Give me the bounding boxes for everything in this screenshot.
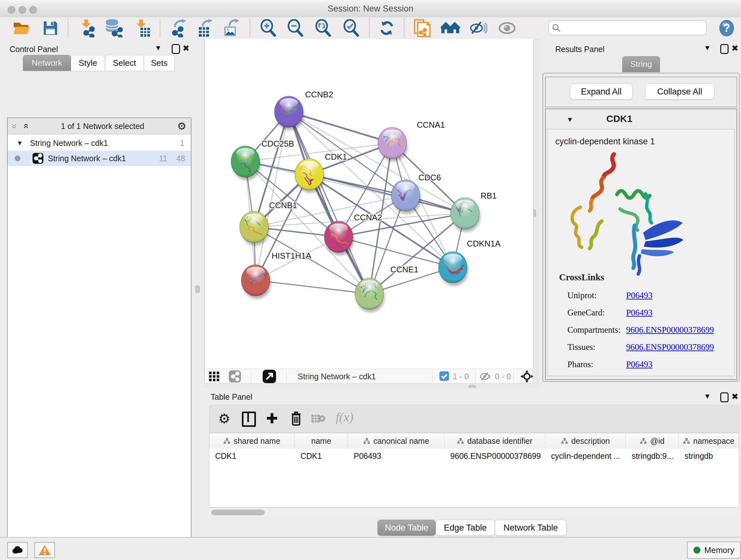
crosslink-row: Tissues:9606.ENSP00000378699 — [567, 338, 733, 356]
import-network-file-button[interactable] — [74, 18, 98, 38]
network-node-CCNA1[interactable] — [378, 127, 408, 162]
column-header-database-identifier[interactable]: database identifier — [445, 433, 545, 449]
tab-sets[interactable]: Sets — [144, 55, 175, 71]
panel-menu-icon[interactable]: ▾ — [705, 43, 710, 53]
tab-edge-table[interactable]: Edge Table — [435, 520, 495, 536]
export-table-button[interactable] — [194, 18, 217, 38]
show-graphics-button[interactable] — [495, 18, 519, 38]
cloud-button[interactable] — [7, 542, 28, 558]
open-view-icon[interactable] — [263, 370, 276, 383]
search-input[interactable] — [548, 20, 706, 35]
export-network-button[interactable] — [167, 18, 191, 38]
add-column-icon[interactable]: ✚ — [266, 410, 278, 427]
close-panel-icon[interactable]: ✖ — [183, 44, 190, 53]
table-gear-icon[interactable]: ⚙ — [218, 411, 230, 427]
import-network-database-button[interactable] — [102, 18, 125, 38]
export-image-button[interactable] — [220, 18, 244, 38]
network-graph[interactable]: CCNB2CCNA1CDC25BCDK1CDC6RB1CCNB1CCNA2CDK… — [205, 39, 533, 369]
float-panel-icon[interactable] — [172, 44, 180, 54]
scrollbar-thumb[interactable] — [211, 509, 265, 515]
network-tree-item[interactable]: String Network – cdk1 11 48 — [8, 151, 191, 166]
crosslink-link[interactable]: P06493 — [626, 291, 653, 300]
table-horizontal-scrollbar[interactable] — [209, 508, 739, 517]
home-gallery-button[interactable] — [439, 18, 463, 38]
crosslink-label: Compartments: — [567, 325, 626, 335]
panel-menu-icon[interactable]: ▾ — [156, 43, 160, 53]
crosslink-link[interactable]: 9606.ENSP00000378699 — [626, 342, 714, 352]
collapse-all-icon[interactable]: » — [9, 124, 20, 129]
table-cell[interactable]: cyclin-dependent ... — [545, 449, 626, 463]
tab-network-table[interactable]: Network Table — [495, 520, 566, 536]
column-header--id[interactable]: @id — [626, 433, 679, 449]
selection-checkbox-icon[interactable] — [440, 371, 449, 381]
network-share-icon[interactable] — [229, 370, 241, 382]
table-cell[interactable]: CDK1 — [295, 449, 348, 463]
zoom-selected-button[interactable] — [339, 18, 363, 38]
tab-network[interactable]: Network — [23, 55, 71, 71]
warning-button[interactable] — [35, 542, 55, 558]
column-header-shared-name[interactable]: shared name — [209, 433, 295, 449]
expand-all-button[interactable]: Expand All — [570, 84, 632, 100]
birds-eye-icon[interactable] — [521, 370, 533, 383]
node-label-CCNE1: CCNE1 — [390, 265, 418, 274]
network-node-CDKN1A[interactable] — [439, 252, 468, 286]
zoom-out-icon — [286, 19, 304, 37]
eye-slash-button[interactable] — [466, 18, 490, 38]
column-header-canonical-name[interactable]: canonical name — [348, 433, 445, 449]
refresh-button[interactable] — [375, 18, 399, 38]
table-cell[interactable]: stringdb:9... — [626, 449, 679, 463]
column-tree-icon — [223, 438, 230, 444]
table-cell[interactable]: P06493 — [348, 449, 445, 463]
crosslink-link[interactable]: 9606.ENSP00000378699 — [626, 325, 714, 335]
fit-content-button[interactable] — [311, 18, 335, 38]
copy-documents-button[interactable] — [410, 18, 434, 38]
float-panel-icon[interactable] — [720, 392, 729, 402]
import-table-file-button[interactable] — [131, 18, 154, 38]
network-node-CCNE1[interactable] — [355, 278, 385, 312]
network-edge-CCNB2-CCNE1[interactable] — [289, 112, 369, 294]
network-node-CDK1[interactable] — [295, 159, 325, 193]
table-cell[interactable]: 9606.ENSP00000378699 — [445, 449, 545, 463]
close-panel-icon[interactable]: ✖ — [731, 392, 738, 401]
tab-select[interactable]: Select — [105, 55, 144, 71]
network-node-RB1[interactable] — [451, 198, 480, 232]
table-row[interactable]: CDK1CDK1P064939606.ENSP00000378699cyclin… — [209, 449, 739, 463]
column-header-namespace[interactable]: namespace — [679, 433, 739, 449]
gene-collapse-icon[interactable]: ▼ — [566, 116, 574, 124]
help-button[interactable]: ? — [715, 18, 738, 38]
table-cell[interactable]: CDK1 — [209, 449, 295, 463]
tab-style[interactable]: Style — [71, 55, 105, 71]
close-panel-icon[interactable]: ✖ — [731, 44, 738, 53]
collapse-all-button[interactable]: Collapse All — [645, 84, 714, 100]
left-splitter-handle[interactable] — [195, 286, 200, 293]
network-edge-HIST1H1A-CCNE1[interactable] — [256, 280, 369, 294]
network-node-CDC6[interactable] — [391, 180, 421, 214]
open-session-button[interactable] — [10, 18, 33, 38]
grid-view-icon[interactable] — [209, 372, 219, 381]
footer-separator — [514, 370, 514, 382]
network-edge-CCNB2-CCNA1[interactable] — [289, 112, 392, 143]
zoom-out-button[interactable] — [283, 18, 307, 38]
network-node-HIST1H1A[interactable] — [241, 265, 271, 299]
tree-expand-icon[interactable]: ▼ — [17, 139, 23, 147]
network-canvas[interactable]: CCNB2CCNA1CDC25BCDK1CDC6RB1CCNB1CCNA2CDK… — [204, 39, 534, 369]
tab-string[interactable]: String — [622, 56, 660, 72]
memory-button[interactable]: Memory — [687, 542, 741, 559]
save-session-button[interactable] — [39, 18, 62, 38]
tab-node-table[interactable]: Node Table — [378, 520, 435, 536]
panel-menu-icon[interactable]: ▾ — [705, 391, 710, 401]
delete-trash-icon[interactable] — [290, 411, 302, 426]
float-panel-icon[interactable] — [720, 44, 729, 54]
gear-icon[interactable]: ⚙ — [177, 120, 186, 132]
table-cell[interactable]: stringdb — [679, 449, 739, 463]
network-node-CCNB2[interactable] — [274, 96, 304, 130]
crosslink-link[interactable]: P06493 — [626, 360, 653, 369]
zoom-in-button[interactable] — [256, 18, 280, 38]
columns-icon[interactable] — [242, 412, 256, 427]
crosslink-link[interactable]: P06493 — [626, 308, 653, 318]
expand-all-icon[interactable]: » — [20, 124, 30, 129]
column-header-description[interactable]: description — [545, 433, 626, 449]
network-node-CDC25B[interactable] — [231, 146, 261, 180]
network-tree-root[interactable]: ▼ String Network – cdk1 1 — [8, 135, 191, 151]
column-header-name[interactable]: name — [295, 433, 348, 449]
